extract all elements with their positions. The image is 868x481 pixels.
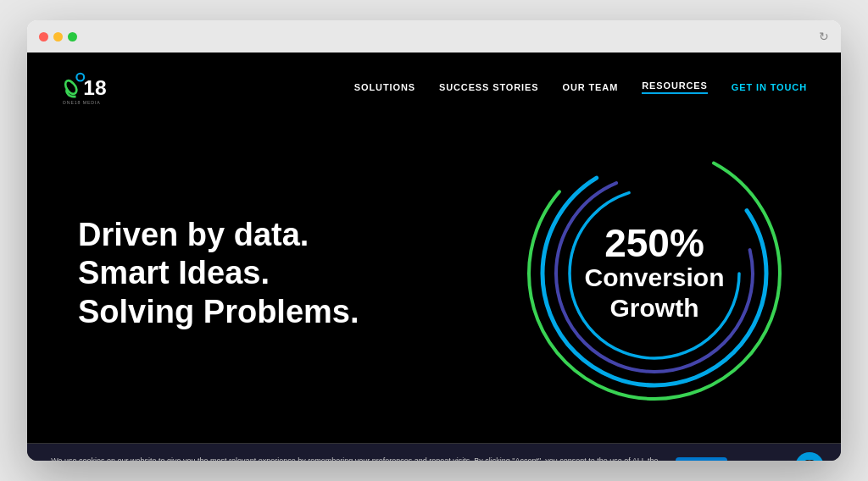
browser-window: ↻ 18 ONE18 MEDIA SOL bbox=[27, 20, 841, 461]
nav-get-in-touch[interactable]: GET IN Touch bbox=[732, 82, 807, 92]
minimize-button[interactable] bbox=[53, 32, 63, 41]
chat-icon: 💬 bbox=[801, 459, 818, 462]
logo[interactable]: 18 ONE18 MEDIA bbox=[61, 68, 120, 106]
stat-circle: 250% Conversion Growth bbox=[519, 138, 790, 409]
cookie-text: We use cookies on our website to give yo… bbox=[44, 456, 665, 461]
hero-line2: Smart Ideas. bbox=[78, 254, 519, 293]
website-content: 18 ONE18 MEDIA SOLUTIONS SUCCESS STORIES… bbox=[27, 53, 841, 461]
get-in-touch-label: GET IN Touch bbox=[732, 82, 807, 92]
nav-success-stories[interactable]: SUCCESS STORIES bbox=[439, 82, 539, 92]
conversion-percentage: 250% bbox=[584, 224, 724, 263]
circle-stat-text: 250% Conversion Growth bbox=[584, 224, 724, 323]
refresh-icon[interactable]: ↻ bbox=[819, 30, 829, 43]
nav-resources[interactable]: RESOURCES bbox=[642, 80, 708, 94]
hero-section: Driven by data. Smart Ideas. Solving Pro… bbox=[27, 121, 841, 443]
cookie-accept-button[interactable]: Accept bbox=[676, 457, 727, 462]
chat-bubble-button[interactable]: 💬 bbox=[795, 452, 824, 461]
conversion-label: Conversion Growth bbox=[584, 263, 724, 323]
logo-svg: 18 ONE18 MEDIA bbox=[61, 68, 120, 106]
svg-text:ONE18 MEDIA: ONE18 MEDIA bbox=[63, 100, 101, 105]
close-button[interactable] bbox=[39, 32, 48, 41]
nav-our-team[interactable]: OUR TEAM bbox=[562, 82, 618, 92]
hero-line1: Driven by data. bbox=[78, 216, 519, 255]
hero-line3: Solving Problems. bbox=[78, 293, 519, 332]
nav-solutions[interactable]: SOLUTIONS bbox=[354, 82, 415, 92]
browser-chrome: ↻ bbox=[27, 20, 841, 53]
hero-text: Driven by data. Smart Ideas. Solving Pro… bbox=[78, 216, 519, 332]
svg-text:18: 18 bbox=[83, 76, 106, 99]
hero-headline: Driven by data. Smart Ideas. Solving Pro… bbox=[78, 216, 519, 332]
traffic-lights bbox=[39, 32, 77, 41]
cookie-banner: We use cookies on our website to give yo… bbox=[27, 443, 841, 461]
main-nav: 18 ONE18 MEDIA SOLUTIONS SUCCESS STORIES… bbox=[27, 53, 841, 121]
nav-links: SOLUTIONS SUCCESS STORIES OUR TEAM RESOU… bbox=[354, 80, 807, 94]
maximize-button[interactable] bbox=[68, 32, 77, 41]
